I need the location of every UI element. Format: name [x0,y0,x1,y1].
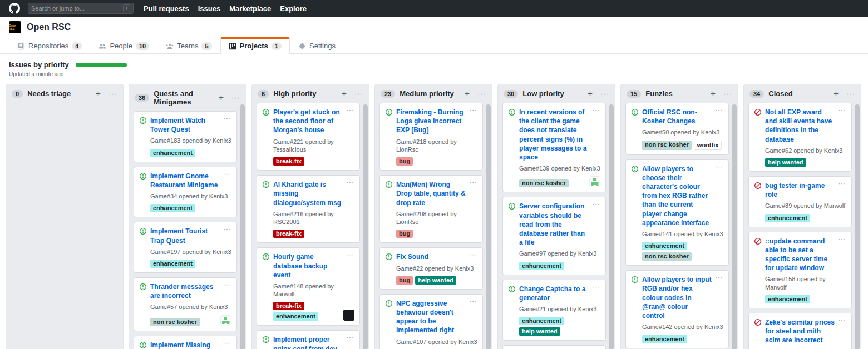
card-menu-button[interactable]: ··· [592,285,600,289]
add-card-button[interactable]: + [219,94,224,102]
issue-title-link[interactable]: In recent versions of the client the gam… [519,108,589,162]
issue-card[interactable]: In recent versions of the client the gam… [502,103,606,192]
assignee-avatar[interactable] [589,176,600,187]
assignee-avatar[interactable] [220,315,231,326]
card-menu-button[interactable]: ··· [469,252,477,257]
assignee-avatar[interactable] [343,310,354,321]
column-scrollbar[interactable] [363,104,368,349]
column-menu-button[interactable]: ··· [600,91,609,97]
column-scrollbar[interactable] [855,104,860,349]
tab-settings[interactable]: Settings [290,37,344,54]
issue-title-link[interactable]: Man(Men) Wrong Drop table, quantity & dr… [396,180,466,207]
card-menu-button[interactable]: ··· [223,116,231,121]
issue-title-link[interactable]: ::update command able to be set a specif… [765,237,835,273]
column-menu-button[interactable]: ··· [723,91,732,97]
issue-card[interactable]: Zeke's scimitar prices for steel and mit… [748,313,852,349]
issue-card[interactable]: Implement Missing Fishing Contest Behavi… [134,336,237,349]
issue-title-link[interactable]: Allow players to input RGB and/or hex co… [642,275,712,320]
global-search[interactable]: / [28,3,134,14]
issue-title-link[interactable]: NPC aggressive behaviour doesn't appear … [396,299,466,335]
add-card-button[interactable]: + [711,90,716,98]
issue-card[interactable]: Al Kharid gate is missing dialogue/syste… [257,175,360,243]
add-card-button[interactable]: + [834,90,839,98]
issue-card[interactable]: Implement correct adding/removing friend… [502,345,606,349]
tab-people[interactable]: People10 [90,37,157,54]
card-menu-button[interactable]: ··· [346,108,354,112]
issue-card[interactable]: Change Captcha to a generator···Game#21 … [502,280,606,341]
card-menu-button[interactable]: ··· [715,275,723,280]
issue-card[interactable]: Firemaking - Burning Logs gives incorrec… [379,103,483,171]
issue-title-link[interactable]: Hourly game database backup event [273,252,343,280]
column-scrollbar[interactable] [486,104,491,349]
issue-title-link[interactable]: Al Kharid gate is missing dialogue/syste… [273,180,343,207]
issue-card[interactable]: Hourly game database backup event···Game… [257,247,360,326]
issue-title-link[interactable]: Official RSC non-Kosher Changes [642,108,712,126]
issue-title-link[interactable]: Fix Sound [396,252,466,261]
card-menu-button[interactable]: ··· [838,318,846,322]
card-menu-button[interactable]: ··· [223,282,231,287]
issue-title-link[interactable]: Not all EXP award and skill events have … [765,108,835,144]
issue-title-link[interactable]: Zeke's scimitar prices for steel and mit… [765,318,835,345]
project-title-link[interactable]: Issues by priority [9,61,69,69]
issue-title-link[interactable]: Implement Watch Tower Quest [150,116,220,134]
card-menu-button[interactable]: ··· [838,108,846,112]
card-menu-button[interactable]: ··· [592,108,600,112]
column-menu-button[interactable]: ··· [354,91,363,97]
card-menu-button[interactable]: ··· [715,108,723,112]
issue-title-link[interactable]: Implement Missing Fishing Contest Behavi… [150,341,220,349]
issue-card[interactable]: Implement Tourist Trap Quest···Game#197 … [134,222,237,273]
issue-card[interactable]: Implement Gnome Restaurant Minigame···Ga… [134,167,237,218]
issue-card[interactable]: Man(Men) Wrong Drop table, quantity & dr… [379,175,483,243]
tab-projects[interactable]: Projects1 [220,37,290,54]
search-input[interactable] [31,5,123,12]
card-menu-button[interactable]: ··· [223,227,231,231]
card-menu-button[interactable]: ··· [592,202,600,206]
add-card-button[interactable]: + [96,90,101,98]
issue-card[interactable]: Player's get stuck on the second floor o… [257,103,360,171]
issue-card[interactable]: NPC aggressive behaviour doesn't appear … [379,294,483,349]
github-logo-icon[interactable] [9,3,20,14]
column-scrollbar[interactable] [240,104,245,349]
issue-card[interactable]: Official RSC non-Kosher Changes···Game#5… [625,103,729,155]
issue-title-link[interactable]: Allow players to choose their character'… [642,164,712,227]
add-card-button[interactable]: + [588,90,593,98]
issue-card[interactable]: Implement Watch Tower Quest···Game#183 o… [134,111,237,162]
add-card-button[interactable]: + [465,90,470,98]
tab-teams[interactable]: Teams5 [157,37,220,54]
issue-title-link[interactable]: Implement proper nginx conf from dev int… [273,335,343,349]
add-card-button[interactable]: + [342,90,347,98]
issue-card[interactable]: Thrander messages are incorrect···Game#5… [134,277,237,331]
issue-title-link[interactable]: Firemaking - Burning Logs gives incorrec… [396,108,466,135]
issue-card[interactable]: Not all EXP award and skill events have … [748,103,852,172]
issue-title-link[interactable]: bug tester in-game role [765,181,835,199]
column-scrollbar[interactable] [609,104,614,349]
issue-title-link[interactable]: Implement Tourist Trap Quest [150,227,220,245]
nav-issues[interactable]: Issues [198,4,220,13]
column-scrollbar[interactable] [732,104,737,349]
nav-marketplace[interactable]: Marketplace [229,4,271,13]
issue-card[interactable]: Fix Sound···Game#22 opened by Kenix3bugh… [379,247,483,289]
nav-explore[interactable]: Explore [280,4,307,13]
issue-title-link[interactable]: Implement Gnome Restaurant Minigame [150,172,220,190]
card-menu-button[interactable]: ··· [223,341,231,345]
issue-title-link[interactable]: Player's get stuck on the second floor o… [273,108,343,135]
nav-pull-requests[interactable]: Pull requests [144,4,189,13]
tab-repositories[interactable]: Repositories4 [9,37,90,54]
issue-card[interactable]: ::update command able to be set a specif… [748,232,852,308]
card-menu-button[interactable]: ··· [346,252,354,257]
issue-card[interactable]: Allow players to choose their character'… [625,159,729,266]
card-menu-button[interactable]: ··· [223,172,231,176]
card-menu-button[interactable]: ··· [469,180,477,185]
column-menu-button[interactable]: ··· [477,91,486,97]
card-menu-button[interactable]: ··· [469,299,477,303]
card-menu-button[interactable]: ··· [838,237,846,241]
issue-title-link[interactable]: Change Captcha to a generator [519,285,589,302]
card-menu-button[interactable]: ··· [715,164,723,169]
issue-card[interactable]: Allow players to input RGB and/or hex co… [625,270,729,348]
org-avatar[interactable]: Open RSC [9,21,21,33]
card-menu-button[interactable]: ··· [469,108,477,112]
card-menu-button[interactable]: ··· [838,181,846,186]
card-menu-button[interactable]: ··· [346,180,354,185]
issue-title-link[interactable]: Thrander messages are incorrect [150,282,220,300]
issue-title-link[interactable]: Server configuration variables should be… [519,202,589,247]
